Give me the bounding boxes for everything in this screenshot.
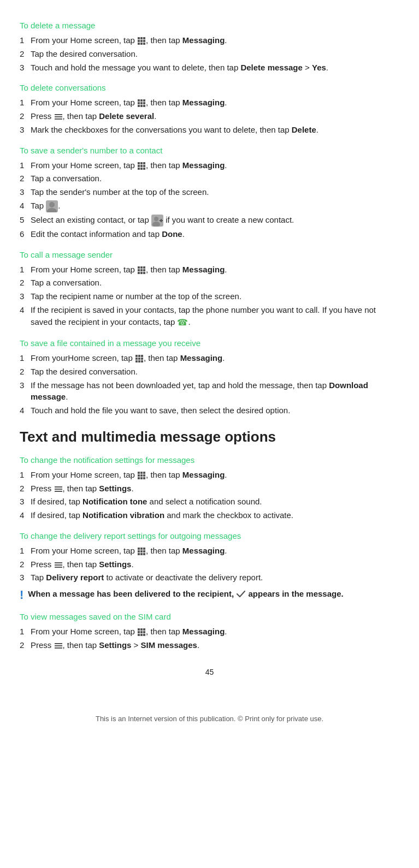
section-notification-settings: To change the notification settings for … <box>20 455 399 521</box>
grid-icon <box>138 548 145 555</box>
step-text: Tap the sender's number at the top of th… <box>31 186 209 198</box>
contact-thumbnail-icon <box>46 200 58 212</box>
step-number: 2 <box>20 558 31 570</box>
step-text: Select an existing contact, or tap if yo… <box>31 214 294 227</box>
step-number: 3 <box>20 186 31 198</box>
section-sim-messages: To view messages saved on the SIM card 1… <box>20 612 399 651</box>
grid-icon <box>138 628 145 636</box>
note-icon: ! <box>20 588 23 602</box>
grid-icon <box>138 99 145 107</box>
steps-delete-conversations: 1 From your Home screen, tap , then tap … <box>20 97 399 135</box>
checkmark-icon <box>236 590 246 599</box>
steps-delete-message: 1 From your Home screen, tap , then tap … <box>20 34 399 73</box>
step-item: 1 From your Home screen, tap , then tap … <box>20 97 399 109</box>
section-title-save-file: To save a file contained in a message yo… <box>20 338 399 348</box>
step-text: Tap . <box>31 200 61 212</box>
steps-save-file: 1 From yourHome screen, tap , then tap M… <box>20 352 399 417</box>
footer-text: This is an Internet version of this publ… <box>20 709 399 723</box>
step-text: From your Home screen, tap , then tap Me… <box>31 159 227 171</box>
step-item: 1 From your Home screen, tap , then tap … <box>20 469 399 481</box>
grid-icon <box>138 37 145 45</box>
step-number: 2 <box>20 110 31 122</box>
grid-icon <box>138 162 145 170</box>
step-item: 1 From your Home screen, tap , then tap … <box>20 545 399 557</box>
step-item: 6 Edit the contact information and tap D… <box>20 228 399 240</box>
step-number: 6 <box>20 228 31 240</box>
step-text: Tap Delivery report to activate or deact… <box>31 572 263 584</box>
step-number: 4 <box>20 405 31 417</box>
step-text: From your Home screen, tap , then tap Me… <box>31 34 227 46</box>
step-text: From yourHome screen, tap , then tap Mes… <box>31 352 225 364</box>
steps-delivery-report: 1 From your Home screen, tap , then tap … <box>20 545 399 584</box>
step-number: 2 <box>20 483 31 495</box>
step-item: 2 Tap the desired conversation. <box>20 48 399 60</box>
page-content: To delete a message 1 From your Home scr… <box>20 21 399 723</box>
step-item: 1 From your Home screen, tap , then tap … <box>20 626 399 638</box>
section-title-delivery-report: To change the delivery report settings f… <box>20 531 399 540</box>
step-item: 2 Tap a conversation. <box>20 173 399 185</box>
step-number: 3 <box>20 496 31 508</box>
steps-notification: 1 From your Home screen, tap , then tap … <box>20 469 399 521</box>
section-delivery-report: To change the delivery report settings f… <box>20 531 399 602</box>
step-text: Touch and hold the message you want to d… <box>31 62 328 74</box>
step-number: 4 <box>20 509 31 521</box>
big-heading: Text and multimedia message options <box>20 429 399 445</box>
section-title-sim-messages: To view messages saved on the SIM card <box>20 612 399 621</box>
steps-sim-messages: 1 From your Home screen, tap , then tap … <box>20 626 399 651</box>
step-text: From your Home screen, tap , then tap Me… <box>31 545 227 557</box>
grid-icon <box>138 266 145 274</box>
step-item: 1 From your Home screen, tap , then tap … <box>20 34 399 46</box>
step-text: From your Home screen, tap , then tap Me… <box>31 626 227 638</box>
add-contact-icon <box>151 215 163 227</box>
step-number: 1 <box>20 159 31 171</box>
step-item: 4 Tap . <box>20 200 399 212</box>
grid-icon <box>138 472 145 479</box>
grid-icon <box>135 355 143 362</box>
step-text: Tap the recipient name or number at the … <box>31 290 241 302</box>
delivery-note: ! When a message has been delivered to t… <box>20 589 399 602</box>
step-text: Press , then tap Settings > SIM messages… <box>31 639 199 651</box>
step-number: 3 <box>20 379 31 403</box>
section-call-sender: To call a message sender 1 From your Hom… <box>20 250 399 329</box>
step-text: If the recipient is saved in your contac… <box>31 304 399 329</box>
step-item: 4 If the recipient is saved in your cont… <box>20 304 399 329</box>
section-save-file: To save a file contained in a message yo… <box>20 338 399 417</box>
step-item: 3 If the message has not been downloaded… <box>20 379 399 403</box>
section-save-sender-number: To save a sender's number to a contact 1… <box>20 146 399 240</box>
step-item: 1 From yourHome screen, tap , then tap M… <box>20 352 399 364</box>
step-item: 3 Touch and hold the message you want to… <box>20 62 399 74</box>
step-text: Edit the contact information and tap Don… <box>31 228 185 240</box>
step-number: 1 <box>20 626 31 638</box>
step-item: 3 Tap the sender's number at the top of … <box>20 186 399 198</box>
step-number: 3 <box>20 124 31 136</box>
step-number: 4 <box>20 304 31 329</box>
step-number: 3 <box>20 62 31 74</box>
svg-point-2 <box>154 217 158 221</box>
svg-rect-5 <box>161 219 162 222</box>
phone-icon: ☎ <box>177 318 188 327</box>
menu-icon <box>55 562 62 568</box>
step-number: 2 <box>20 366 31 378</box>
step-item: 1 From your Home screen, tap , then tap … <box>20 264 399 276</box>
step-text: If the message has not been downloaded y… <box>31 379 399 403</box>
step-item: 2 Press , then tap Settings > SIM messag… <box>20 639 399 651</box>
step-text: If desired, tap Notification tone and se… <box>31 496 262 508</box>
step-item: 2 Press , then tap Delete several. <box>20 110 399 122</box>
step-text: Mark the checkboxes for the conversation… <box>31 124 318 136</box>
step-text: If desired, tap Notification vibration a… <box>31 509 293 521</box>
step-text: Tap the desired conversation. <box>31 48 138 60</box>
page-number: 45 <box>20 668 399 676</box>
menu-icon <box>55 486 62 492</box>
step-item: 1 From your Home screen, tap , then tap … <box>20 159 399 171</box>
svg-point-0 <box>49 202 55 207</box>
step-text: Press , then tap Settings. <box>31 558 134 570</box>
menu-icon <box>55 643 62 649</box>
section-delete-message: To delete a message 1 From your Home scr… <box>20 21 399 73</box>
step-number: 2 <box>20 173 31 185</box>
section-title-call-sender: To call a message sender <box>20 250 399 259</box>
step-number: 5 <box>20 214 31 227</box>
step-item: 3 Mark the checkboxes for the conversati… <box>20 124 399 136</box>
note-text: When a message has been delivered to the… <box>28 589 343 599</box>
step-text: Tap the desired conversation. <box>31 366 138 378</box>
step-item: 2 Press , then tap Settings. <box>20 558 399 570</box>
